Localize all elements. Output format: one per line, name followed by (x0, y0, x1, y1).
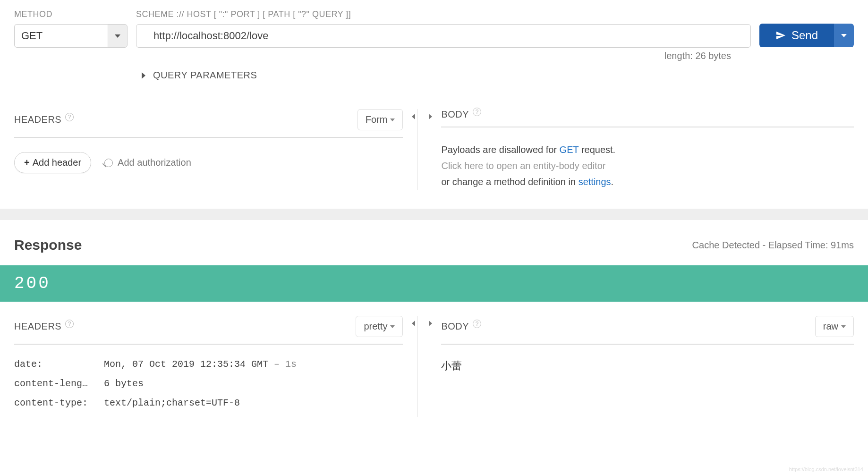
chevron-right-icon (142, 72, 145, 79)
method-select[interactable]: GET (14, 24, 128, 48)
resp-headers-select-label: pretty (364, 321, 387, 332)
help-icon[interactable]: ? (473, 320, 481, 328)
collapse-left-icon[interactable] (412, 321, 415, 326)
resp-headers-select[interactable]: pretty (356, 316, 403, 337)
send-button[interactable]: Send (759, 24, 834, 47)
chevron-down-icon (841, 34, 847, 37)
help-icon[interactable]: ? (473, 108, 481, 116)
resp-headers-title: HEADERS (14, 321, 61, 332)
method-value: GET (14, 24, 108, 48)
request-row: METHOD GET SCHEME :// HOST [ ":" PORT ] … (14, 0, 854, 48)
response-headers-header: HEADERS ? pretty (14, 316, 403, 345)
response-info: Cache Detected - Elapsed Time: 91ms (692, 240, 854, 251)
headers-title: HEADERS (14, 114, 61, 125)
add-header-label: Add header (33, 157, 81, 168)
response-body-col: BODY ? raw 小蕾 (417, 316, 854, 417)
url-group: SCHEME :// HOST [ ":" PORT ] [ PATH [ "?… (136, 9, 751, 48)
send-label: Send (791, 29, 818, 42)
header-val: 6 bytes (104, 378, 403, 389)
resp-body-select-label: raw (823, 321, 838, 332)
header-key: content-type: (14, 398, 104, 408)
request-body-header: BODY ? (441, 109, 854, 127)
add-auth-label: Add authorization (118, 157, 191, 168)
request-two-col: HEADERS ? Form + Add header Add authoriz… (14, 109, 854, 190)
body-message: Payloads are disallowed for GET request.… (441, 142, 854, 190)
request-headers-col: HEADERS ? Form + Add header Add authoriz… (14, 109, 417, 190)
divider-strip (0, 209, 868, 220)
header-key: date: (14, 359, 104, 370)
body-line1a: Payloads are disallowed for (441, 144, 559, 155)
collapse-left-icon[interactable] (412, 114, 415, 119)
body-line1b: request. (579, 144, 615, 155)
body-title: BODY (441, 109, 469, 120)
send-icon (775, 30, 786, 41)
header-val: Mon, 07 Oct 2019 12:35:34 GMT (104, 359, 268, 370)
table-row: date: Mon, 07 Oct 2019 12:35:34 GMT – 1s (14, 359, 403, 370)
body-line3a: or change a method definition in (441, 177, 578, 187)
body-settings-link[interactable]: settings (579, 177, 611, 187)
expand-right-icon[interactable] (429, 321, 432, 326)
method-group: METHOD GET (14, 9, 128, 48)
send-wrap: Send (759, 24, 854, 47)
add-authorization[interactable]: Add authorization (104, 157, 191, 168)
plus-icon: + (24, 157, 30, 168)
query-parameters-toggle[interactable]: QUERY PARAMETERS (142, 70, 854, 81)
table-row: content-leng… 6 bytes (14, 378, 403, 389)
help-icon[interactable]: ? (65, 320, 74, 328)
headers-form-select[interactable]: Form (357, 109, 403, 130)
chevron-down-icon (115, 34, 120, 38)
table-row: content-type: text/plain;charset=UTF-8 (14, 398, 403, 408)
response-body-header: BODY ? raw (441, 316, 854, 345)
send-caret[interactable] (834, 24, 854, 47)
headers-actions: + Add header Add authorization (14, 152, 403, 173)
status-bar: 200 (0, 265, 868, 302)
chevron-down-icon (390, 118, 395, 121)
response-two-col: HEADERS ? pretty date: Mon, 07 Oct 2019 … (0, 302, 868, 417)
url-label: SCHEME :// HOST [ ":" PORT ] [ PATH [ "?… (136, 9, 751, 19)
response-body-content: 小蕾 (441, 359, 854, 373)
body-get-link[interactable]: GET (560, 144, 579, 155)
resp-body-title: BODY (441, 321, 469, 332)
header-val: text/plain;charset=UTF-8 (104, 398, 403, 408)
chevron-down-icon (390, 325, 395, 328)
request-body-col: BODY ? Payloads are disallowed for GET r… (417, 109, 854, 190)
url-input[interactable] (136, 24, 751, 48)
response-headers-list: date: Mon, 07 Oct 2019 12:35:34 GMT – 1s… (14, 359, 403, 408)
url-length-info: length: 26 bytes (664, 51, 731, 61)
body-line3b: . (611, 177, 614, 187)
response-headers-col: HEADERS ? pretty date: Mon, 07 Oct 2019 … (14, 316, 417, 417)
sub-row: length: 26 bytes (142, 51, 854, 61)
help-icon[interactable]: ? (65, 113, 74, 121)
expand-right-icon[interactable] (429, 114, 432, 119)
add-header-button[interactable]: + Add header (14, 152, 91, 173)
response-row: Response Cache Detected - Elapsed Time: … (0, 220, 868, 265)
query-params-label: QUERY PARAMETERS (153, 70, 257, 81)
chevron-down-icon (841, 325, 846, 328)
request-headers-header: HEADERS ? Form (14, 109, 403, 138)
body-open-editor-link[interactable]: Click here to open an entity-body editor (441, 158, 854, 174)
form-select-label: Form (366, 114, 388, 125)
resp-body-select[interactable]: raw (815, 316, 854, 337)
status-code: 200 (14, 274, 51, 293)
header-key: content-leng… (14, 378, 104, 389)
response-title: Response (14, 237, 82, 253)
method-caret[interactable] (108, 24, 128, 48)
key-icon (104, 159, 113, 167)
method-label: METHOD (14, 9, 128, 19)
header-ago: – 1s (268, 359, 297, 370)
